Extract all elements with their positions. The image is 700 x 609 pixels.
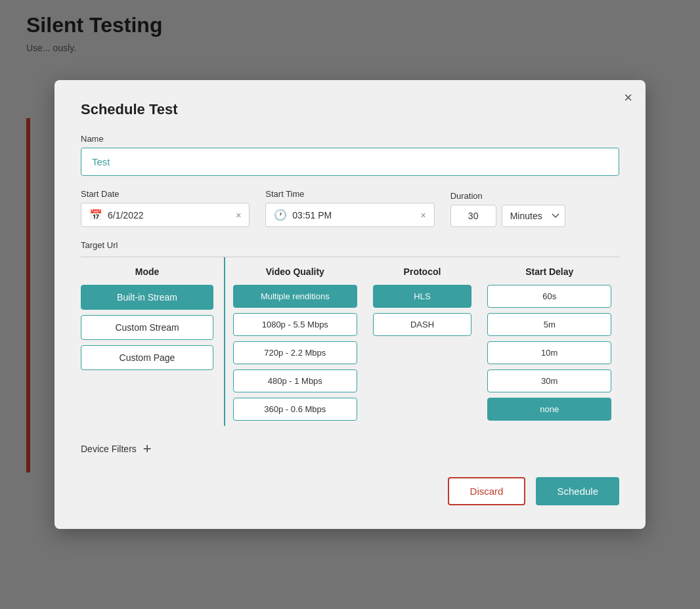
protocol-header: Protocol [373, 260, 472, 285]
start-date-group: Start Date 📅 6/1/2022 × [81, 189, 250, 227]
name-input[interactable] [81, 148, 619, 176]
modal-title: Schedule Test [81, 101, 619, 118]
device-filters-row: Device Filters + [81, 442, 619, 456]
device-filters-label: Device Filters [81, 444, 137, 454]
date-time-row: Start Date 📅 6/1/2022 × Start Time 🕐 03:… [81, 189, 619, 227]
start-time-label: Start Time [265, 189, 434, 199]
start-time-group: Start Time 🕐 03:51 PM × [265, 189, 434, 227]
calendar-icon: 📅 [89, 209, 102, 221]
protocol-column: Protocol HLS DASH [365, 257, 480, 426]
delay-5m[interactable]: 5m [487, 313, 611, 336]
duration-row: Minutes Hours Seconds [450, 205, 619, 227]
delay-none[interactable]: none [487, 398, 611, 421]
quality-720p[interactable]: 720p - 2.2 Mbps [233, 341, 357, 364]
duration-label: Duration [450, 191, 619, 201]
quality-1080p[interactable]: 1080p - 5.5 Mbps [233, 313, 357, 336]
start-delay-header: Start Delay [487, 260, 611, 285]
start-delay-column: Start Delay 60s 5m 10m 30m none [479, 257, 619, 426]
mode-custom-stream[interactable]: Custom Stream [81, 315, 213, 340]
modal-overlay: × Schedule Test Name Start Date 📅 6/1/20… [0, 0, 700, 609]
delay-30m[interactable]: 30m [487, 369, 611, 392]
quality-multiple-renditions[interactable]: Multiple renditions [233, 285, 357, 308]
add-filter-button[interactable]: + [143, 442, 152, 456]
protocol-hls[interactable]: HLS [373, 285, 472, 308]
target-url-label: Target Url [81, 240, 619, 250]
duration-group: Duration Minutes Hours Seconds [450, 191, 619, 227]
start-date-label: Start Date [81, 189, 250, 199]
delay-60s[interactable]: 60s [487, 285, 611, 308]
clock-icon: 🕐 [274, 209, 287, 221]
selection-grid: Mode Built-in Stream Custom Stream Custo… [81, 257, 619, 426]
schedule-test-modal: × Schedule Test Name Start Date 📅 6/1/20… [55, 80, 645, 529]
duration-number-input[interactable] [450, 205, 496, 227]
quality-480p[interactable]: 480p - 1 Mbps [233, 369, 357, 392]
duration-unit-select[interactable]: Minutes Hours Seconds [502, 205, 565, 227]
video-quality-column: Video Quality Multiple renditions 1080p … [225, 257, 365, 426]
clear-time-button[interactable]: × [420, 211, 426, 220]
quality-360p[interactable]: 360p - 0.6 Mbps [233, 398, 357, 421]
start-date-input[interactable]: 📅 6/1/2022 × [81, 203, 250, 227]
video-quality-header: Video Quality [233, 260, 357, 285]
mode-builtin-stream[interactable]: Built-in Stream [81, 285, 213, 310]
protocol-dash[interactable]: DASH [373, 313, 472, 336]
discard-button[interactable]: Discard [448, 477, 526, 505]
mode-custom-page[interactable]: Custom Page [81, 345, 213, 370]
mode-column: Mode Built-in Stream Custom Stream Custo… [81, 257, 225, 426]
schedule-button[interactable]: Schedule [536, 477, 619, 505]
clear-date-button[interactable]: × [236, 211, 241, 220]
delay-10m[interactable]: 10m [487, 341, 611, 364]
mode-header: Mode [81, 260, 213, 285]
name-label: Name [81, 134, 619, 144]
close-button[interactable]: × [624, 91, 632, 105]
start-date-value: 6/1/2022 [108, 210, 230, 220]
start-time-value: 03:51 PM [292, 210, 415, 220]
modal-footer: Discard Schedule [81, 477, 619, 505]
start-time-input[interactable]: 🕐 03:51 PM × [265, 203, 434, 227]
